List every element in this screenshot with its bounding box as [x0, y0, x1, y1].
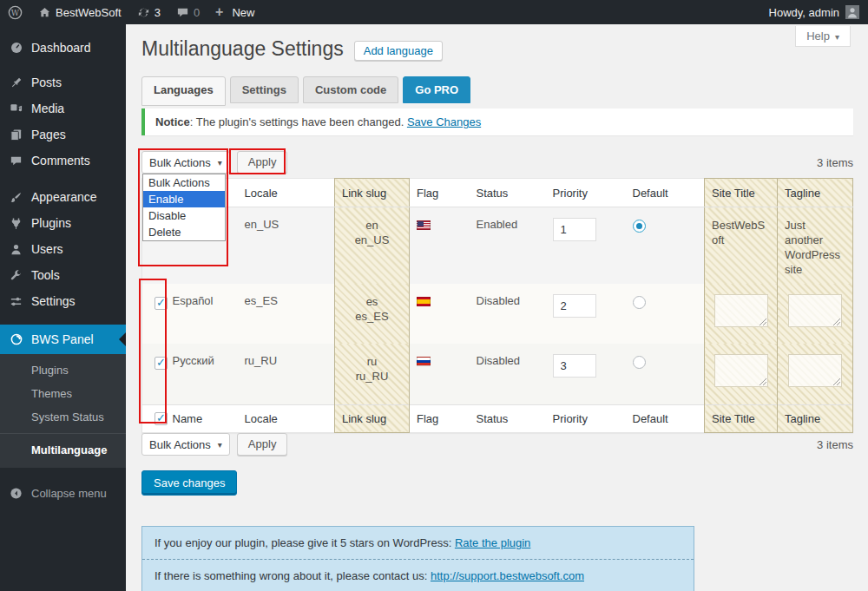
sidebar-item-settings[interactable]: Settings [0, 288, 126, 314]
col-site-title: Site Title [705, 179, 778, 207]
language-locale: en_US [238, 207, 335, 285]
tools-icon [9, 268, 23, 283]
col-priority[interactable]: Priority [546, 404, 626, 432]
row-checkbox[interactable] [155, 297, 168, 310]
sidebar-item-users[interactable]: Users [0, 236, 126, 262]
media-icon [9, 102, 23, 116]
priority-input[interactable] [553, 218, 596, 241]
language-locale: es_ES [238, 284, 335, 344]
save-changes-link[interactable]: Save Changes [407, 115, 481, 128]
select-all-checkbox[interactable] [155, 412, 168, 425]
col-link-slug: Link slug [335, 179, 410, 207]
collapse-arrow-icon [9, 486, 23, 501]
bulk-option-bulk-actions[interactable]: Bulk Actions [143, 174, 225, 191]
apply-button-bottom[interactable]: Apply [237, 433, 288, 456]
default-radio[interactable] [633, 296, 646, 309]
update-icon [137, 6, 150, 19]
svg-text:W: W [11, 8, 20, 16]
users-icon [9, 242, 23, 257]
submenu-item-multilanguage[interactable]: Multilanguage [0, 438, 126, 462]
comments-icon [9, 154, 23, 168]
main-content: Help Multilanguage Settings Add language… [126, 24, 868, 591]
tagline-textarea[interactable] [788, 354, 842, 387]
tagline-textarea[interactable] [788, 294, 842, 327]
sidebar-item-bws-panel[interactable]: BWS Panel [0, 325, 126, 354]
new-content-menu[interactable]: New [207, 0, 262, 24]
sidebar-item-tools[interactable]: Tools [0, 262, 126, 288]
site-title-textarea[interactable] [714, 354, 768, 387]
site-name: BestWebSoft [56, 6, 122, 19]
bulk-option-disable[interactable]: Disable [143, 207, 225, 224]
apply-button-top[interactable]: Apply [237, 151, 288, 174]
col-flag: Flag [410, 179, 470, 207]
link-slug-cell: enen_US [335, 207, 410, 285]
wordpress-logo-icon[interactable]: W [0, 0, 30, 24]
promo-box: If you enjoy our plugin, please give it … [141, 526, 694, 591]
pin-icon [9, 76, 23, 90]
row-checkbox[interactable] [155, 357, 168, 370]
update-count: 3 [155, 6, 161, 19]
col-priority[interactable]: Priority [546, 179, 626, 207]
submenu-item-themes[interactable]: Themes [0, 382, 126, 405]
sidebar-item-plugins[interactable]: Plugins [0, 210, 126, 236]
avatar [845, 5, 859, 19]
col-default: Default [626, 179, 705, 207]
sidebar-item-dashboard[interactable]: Dashboard [0, 33, 126, 62]
pages-icon [9, 128, 23, 142]
submenu-item-system-status[interactable]: System Status [0, 405, 126, 429]
updates-menu[interactable]: 3 [129, 0, 168, 24]
tagline-cell [778, 284, 853, 344]
admin-sidebar: Dashboard Posts Media Pages Comments App… [0, 24, 126, 591]
ru-flag-icon [417, 357, 431, 366]
col-name[interactable]: Name [166, 404, 238, 432]
language-row-ru: Русский ru_RU ruru_RU Disabled [142, 344, 853, 404]
rate-plugin-link[interactable]: Rate the plugin [455, 536, 530, 549]
submenu-item-plugins[interactable]: Plugins [0, 358, 126, 382]
tablenav-top: Bulk Actions Apply 3 items [141, 151, 853, 174]
tagline-cell [778, 344, 853, 404]
bws-submenu: Plugins Themes System Status Multilangua… [0, 354, 126, 468]
add-language-button[interactable]: Add language [354, 41, 443, 61]
priority-input[interactable] [553, 294, 596, 318]
support-link[interactable]: http://support.bestwebsoft.com [431, 569, 584, 582]
settings-icon [9, 294, 23, 309]
tab-languages[interactable]: Languages [141, 76, 226, 106]
tab-go-pro[interactable]: Go PRO [403, 76, 470, 103]
save-changes-button[interactable]: Save changes [141, 470, 237, 496]
account-menu[interactable]: Howdy, admin [769, 5, 868, 19]
tab-settings[interactable]: Settings [230, 76, 299, 103]
col-locale: Locale [238, 404, 335, 432]
tagline-cell: Just another WordPress site [778, 207, 853, 285]
sidebar-item-posts[interactable]: Posts [0, 69, 126, 95]
site-name-menu[interactable]: BestWebSoft [30, 0, 129, 24]
admin-top-bar: W BestWebSoft 3 0 New Howdy, admin [0, 0, 868, 24]
sidebar-item-appearance[interactable]: Appearance [0, 184, 126, 210]
default-radio[interactable] [633, 356, 646, 369]
help-button[interactable]: Help [795, 26, 851, 47]
comments-menu[interactable]: 0 [168, 0, 207, 24]
appearance-icon [9, 190, 23, 205]
default-radio[interactable] [633, 220, 646, 233]
site-title-textarea[interactable] [714, 294, 768, 327]
table-footer-row: Name Locale Link slug Flag Status Priori… [142, 404, 853, 432]
sidebar-item-comments[interactable]: Comments [0, 148, 126, 174]
tab-custom-code[interactable]: Custom code [303, 76, 398, 103]
collapse-menu-button[interactable]: Collapse menu [0, 480, 126, 506]
page-title: Multilanguage Settings [141, 36, 344, 62]
bulk-option-enable[interactable]: Enable [143, 191, 225, 207]
col-default: Default [626, 404, 705, 432]
sidebar-item-pages[interactable]: Pages [0, 121, 126, 148]
bulk-option-delete[interactable]: Delete [143, 224, 225, 240]
col-status[interactable]: Status [470, 404, 546, 432]
col-locale: Locale [238, 179, 335, 207]
bulk-actions-select-top[interactable]: Bulk Actions [141, 151, 230, 174]
support-row: If there is something wrong about it, pl… [142, 560, 694, 591]
language-row-es: Español es_ES eses_ES Disabled [142, 284, 853, 344]
items-count-bottom: 3 items [817, 438, 853, 451]
col-flag: Flag [410, 404, 470, 432]
tablenav-bottom: Bulk Actions Apply 3 items [141, 433, 853, 456]
priority-input[interactable] [553, 354, 596, 378]
sidebar-item-media[interactable]: Media [0, 95, 126, 121]
bulk-actions-select-bottom[interactable]: Bulk Actions [141, 433, 230, 456]
col-status[interactable]: Status [470, 179, 546, 207]
